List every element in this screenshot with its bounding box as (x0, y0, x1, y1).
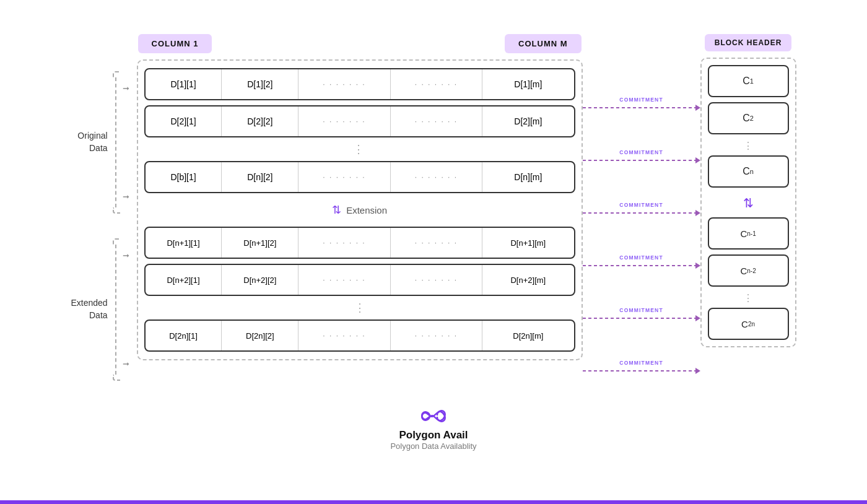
block-expand-icon: ⇅ (708, 193, 789, 214)
arrow-orig-top: ➞ (123, 84, 129, 93)
extended-data-label: ExtendedData (71, 297, 107, 321)
commitment-2: COMMITMENT (583, 149, 700, 163)
block-c2: C2 (708, 102, 789, 134)
block-c2n: C2n (708, 308, 789, 340)
block-header-label: BLOCK HEADER (705, 34, 792, 51)
column1-header: COLUMN 1 (138, 34, 212, 53)
footer: Polygon Avail Polygon Data Availablity (390, 407, 476, 451)
commitment-n1: COMMITMENT (583, 254, 700, 269)
bottom-bar (0, 500, 867, 504)
commitment-label-n: COMMITMENT (619, 202, 663, 208)
block-cn2: Cn-2 (708, 254, 789, 287)
data-row-2: D[2][1] D[2][2] · · · · · · · · · · · · … (144, 105, 575, 137)
arrow-ext-bottom: ➞ (123, 359, 129, 368)
data-row-n1: D[n+1][1] D[n+1][2] · · · · · · · · · · … (144, 227, 575, 259)
arrow-ext-top: ➞ (123, 251, 129, 260)
data-row-2n: D[2n][1] D[2n][2] · · · · · · · · · · · … (144, 319, 575, 352)
commitment-label-n1: COMMITMENT (619, 254, 663, 261)
polygon-logo-icon (421, 407, 446, 425)
commitment-label-2n: COMMITMENT (619, 360, 663, 366)
extension-row: ⇅ Extension (144, 198, 575, 222)
columnM-header: COLUMN M (505, 34, 582, 53)
block-vdots-1: ⋮ (708, 139, 789, 152)
commitment-label-n2: COMMITMENT (619, 307, 663, 313)
footer-subtitle: Polygon Data Availablity (390, 441, 476, 451)
extension-icon: ⇅ (332, 203, 341, 217)
vdots-1: ⋮ (144, 142, 575, 156)
footer-title: Polygon Avail (399, 429, 468, 441)
vdots-2: ⋮ (144, 301, 575, 315)
commitment-label-1: COMMITMENT (619, 97, 663, 103)
data-row-1: D[1][1] D[1][2] · · · · · · · · · · · · … (144, 68, 575, 100)
commitment-n: COMMITMENT (583, 202, 700, 216)
commitment-n2: COMMITMENT (583, 307, 700, 321)
original-data-label: OriginalData (77, 130, 107, 154)
block-cn1: Cn-1 (708, 217, 789, 250)
commitment-label-2: COMMITMENT (619, 149, 663, 155)
commitment-1: COMMITMENT (583, 97, 700, 111)
extension-label: Extension (346, 205, 387, 215)
data-row-n: D[b][1] D[n][2] · · · · · · · · · · · · … (144, 161, 575, 193)
block-vdots-2: ⋮ (708, 292, 789, 304)
arrow-orig-bottom: ➞ (123, 192, 129, 201)
block-c1: C1 (708, 65, 789, 97)
block-cn: Cn (708, 155, 789, 188)
commitment-2n: COMMITMENT (583, 360, 700, 374)
data-row-n2: D[n+2][1] D[n+2][2] · · · · · · · · · · … (144, 264, 575, 296)
